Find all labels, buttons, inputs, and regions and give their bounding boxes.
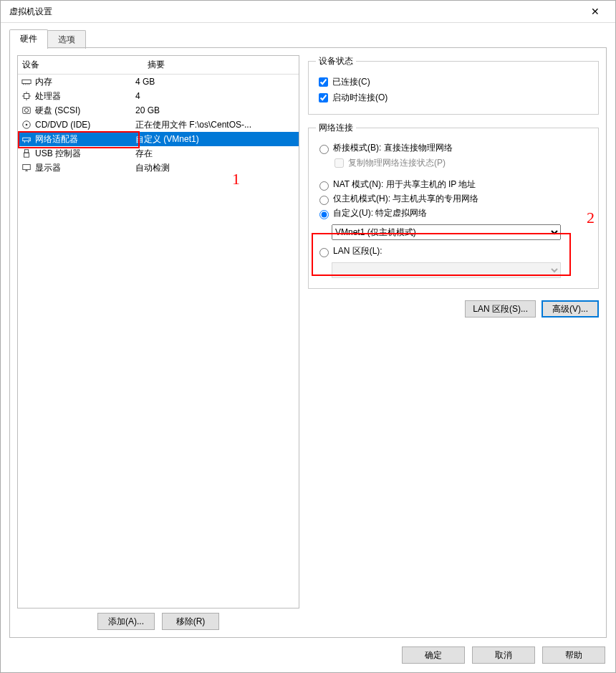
connect-poweron-checkbox-input[interactable] bbox=[319, 93, 328, 102]
device-name: 硬盘 (SCSI) bbox=[35, 105, 80, 117]
device-state-group: 设备状态 已连接(C) 启动时连接(O) bbox=[308, 55, 599, 115]
bridged-radio[interactable]: 桥接模式(B): 直接连接物理网络 bbox=[316, 142, 591, 154]
device-row[interactable]: 内存4 GB bbox=[18, 75, 299, 89]
svg-rect-20 bbox=[23, 165, 31, 170]
replicate-label: 复制物理网络连接状态(P) bbox=[348, 157, 446, 169]
bridged-radio-input[interactable] bbox=[319, 145, 329, 154]
lan-segment-select bbox=[332, 262, 561, 278]
network-connection-group: 网络连接 桥接模式(B): 直接连接物理网络 复制物理网络连接状态(P) NAT… bbox=[308, 122, 599, 289]
net-icon bbox=[21, 133, 32, 145]
memory-icon bbox=[21, 76, 32, 87]
lan-segment-radio[interactable]: LAN 区段(L): bbox=[316, 245, 591, 257]
cpu-icon bbox=[21, 90, 32, 102]
svg-rect-18 bbox=[24, 150, 28, 153]
device-summary: 正在使用文件 F:\os\CentOS-... bbox=[135, 119, 296, 131]
help-button[interactable]: 帮助 bbox=[542, 646, 605, 664]
lan-segment-label: LAN 区段(L): bbox=[333, 245, 382, 257]
close-icon[interactable]: ✕ bbox=[581, 6, 610, 17]
device-name: USB 控制器 bbox=[35, 148, 81, 160]
device-summary: 4 GB bbox=[135, 77, 296, 87]
device-state-legend: 设备状态 bbox=[316, 55, 356, 67]
hostonly-radio-input[interactable] bbox=[319, 196, 329, 205]
device-summary: 4 bbox=[135, 91, 296, 101]
device-name: CD/DVD (IDE) bbox=[35, 120, 90, 130]
device-list-header: 设备 摘要 bbox=[18, 56, 299, 75]
device-summary: 自定义 (VMnet1) bbox=[135, 133, 296, 145]
bridged-label: 桥接模式(B): 直接连接物理网络 bbox=[333, 142, 453, 154]
device-panel: 设备 摘要 内存4 GB处理器4硬盘 (SCSI)20 GBCD/DVD (ID… bbox=[17, 55, 304, 630]
device-buttons: 添加(A)... 移除(R) bbox=[17, 613, 299, 630]
device-name: 显示器 bbox=[35, 162, 61, 174]
tab-options[interactable]: 选项 bbox=[47, 30, 86, 49]
device-name: 网络适配器 bbox=[35, 133, 78, 145]
device-list[interactable]: 内存4 GB处理器4硬盘 (SCSI)20 GBCD/DVD (IDE)正在使用… bbox=[18, 75, 299, 608]
lan-segments-button[interactable]: LAN 区段(S)... bbox=[465, 300, 536, 318]
device-summary: 20 GB bbox=[135, 105, 296, 115]
usb-icon bbox=[21, 148, 32, 159]
device-summary: 自动检测 bbox=[135, 162, 296, 174]
svg-rect-19 bbox=[24, 153, 29, 157]
vm-settings-window: 虚拟机设置 ✕ 硬件 选项 设备 摘要 内存4 GB处理器4硬盘 (SCSI)2… bbox=[0, 0, 616, 673]
tab-hardware[interactable]: 硬件 bbox=[9, 29, 48, 48]
svg-point-11 bbox=[24, 108, 28, 112]
replicate-checkbox: 复制物理网络连接状态(P) bbox=[332, 156, 591, 170]
header-summary: 摘要 bbox=[148, 59, 294, 71]
custom-radio[interactable]: 自定义(U): 特定虚拟网络 bbox=[316, 207, 591, 219]
cancel-button[interactable]: 取消 bbox=[472, 646, 535, 664]
custom-radio-input[interactable] bbox=[319, 210, 329, 219]
device-row[interactable]: 处理器4 bbox=[18, 89, 299, 103]
dialog-footer: 确定 取消 帮助 bbox=[1, 638, 615, 672]
client-area: 硬件 选项 设备 摘要 内存4 GB处理器4硬盘 (SCSI)20 GBCD/D… bbox=[1, 23, 615, 638]
ok-button[interactable]: 确定 bbox=[402, 646, 465, 664]
device-row[interactable]: USB 控制器存在 bbox=[18, 146, 299, 161]
svg-rect-5 bbox=[24, 94, 29, 99]
replicate-checkbox-input bbox=[335, 158, 344, 168]
device-listbox[interactable]: 设备 摘要 内存4 GB处理器4硬盘 (SCSI)20 GBCD/DVD (ID… bbox=[17, 55, 299, 608]
window-title: 虚拟机设置 bbox=[6, 6, 581, 18]
advanced-button[interactable]: 高级(V)... bbox=[542, 300, 599, 318]
custom-vmnet-select[interactable]: VMnet1 (仅主机模式) bbox=[332, 224, 561, 240]
titlebar: 虚拟机设置 ✕ bbox=[1, 1, 615, 23]
nat-label: NAT 模式(N): 用于共享主机的 IP 地址 bbox=[333, 178, 476, 191]
hostonly-label: 仅主机模式(H): 与主机共享的专用网络 bbox=[333, 193, 478, 205]
svg-point-17 bbox=[29, 139, 29, 140]
custom-label: 自定义(U): 特定虚拟网络 bbox=[333, 207, 427, 219]
device-detail-panel: 设备状态 已连接(C) 启动时连接(O) 网络连接 桥接模式(B): 直接连接物 bbox=[304, 55, 599, 630]
device-name: 内存 bbox=[35, 76, 52, 88]
tab-strip: 硬件 选项 bbox=[9, 29, 607, 47]
connected-checkbox-input[interactable] bbox=[319, 77, 328, 87]
tab-page-hardware: 设备 摘要 内存4 GB处理器4硬盘 (SCSI)20 GBCD/DVD (ID… bbox=[9, 47, 607, 638]
network-connection-legend: 网络连接 bbox=[316, 122, 356, 134]
hdd-icon bbox=[21, 105, 32, 116]
connected-checkbox[interactable]: 已连接(C) bbox=[316, 75, 591, 89]
device-summary: 存在 bbox=[135, 148, 296, 160]
connect-poweron-checkbox[interactable]: 启动时连接(O) bbox=[316, 91, 591, 105]
nat-radio[interactable]: NAT 模式(N): 用于共享主机的 IP 地址 bbox=[316, 178, 591, 191]
cd-icon bbox=[21, 119, 32, 130]
svg-point-13 bbox=[26, 124, 28, 126]
hostonly-radio[interactable]: 仅主机模式(H): 与主机共享的专用网络 bbox=[316, 193, 591, 205]
network-extra-buttons: LAN 区段(S)... 高级(V)... bbox=[308, 300, 599, 318]
remove-device-button[interactable]: 移除(R) bbox=[162, 613, 219, 630]
device-name: 处理器 bbox=[35, 90, 61, 102]
connected-label: 已连接(C) bbox=[332, 76, 370, 88]
display-icon bbox=[21, 162, 32, 173]
device-row[interactable]: 硬盘 (SCSI)20 GB bbox=[18, 103, 299, 118]
device-row[interactable]: 网络适配器自定义 (VMnet1) bbox=[18, 132, 299, 146]
header-device: 设备 bbox=[22, 59, 148, 71]
device-row[interactable]: CD/DVD (IDE)正在使用文件 F:\os\CentOS-... bbox=[18, 118, 299, 132]
nat-radio-input[interactable] bbox=[319, 181, 329, 191]
add-device-button[interactable]: 添加(A)... bbox=[97, 613, 155, 630]
connect-poweron-label: 启动时连接(O) bbox=[332, 92, 388, 104]
svg-rect-0 bbox=[22, 80, 31, 83]
lan-segment-radio-input[interactable] bbox=[319, 248, 329, 257]
device-row[interactable]: 显示器自动检测 bbox=[18, 161, 299, 175]
